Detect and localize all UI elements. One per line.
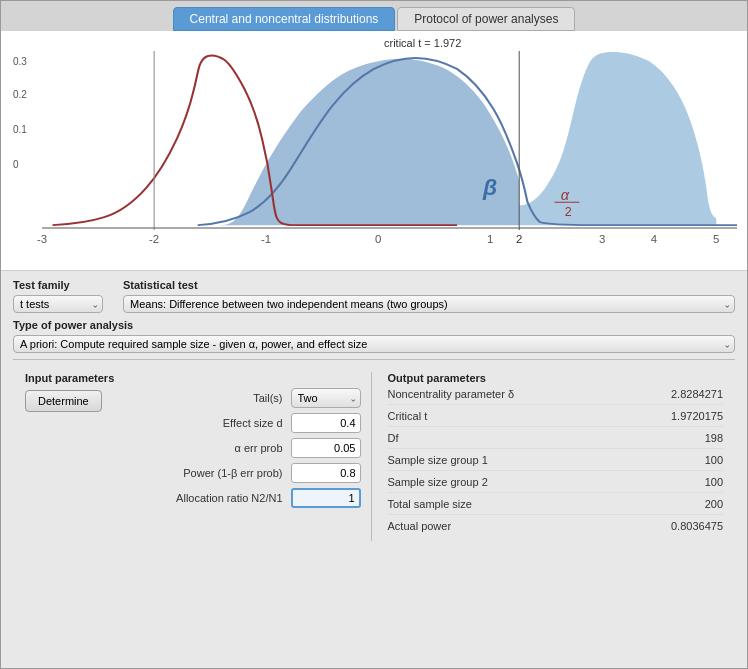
total-label: Total sample size [388, 498, 472, 510]
sample1-label: Sample size group 1 [388, 454, 488, 466]
output-row-sample2: Sample size group 2 100 [388, 476, 724, 493]
alpha-2-label: 2 [565, 205, 572, 219]
tails-label: Tail(s) [253, 392, 282, 404]
df-label: Df [388, 432, 399, 444]
test-family-group: Test family t tests [13, 279, 103, 313]
test-family-select[interactable]: t tests [13, 295, 103, 313]
noncentrality-value: 2.8284271 [671, 388, 723, 400]
controls-section: Test family t tests Statistical test Mea… [1, 271, 747, 555]
x-label-4: 4 [651, 233, 657, 245]
output-row-df: Df 198 [388, 432, 724, 449]
output-row-total: Total sample size 200 [388, 498, 724, 515]
output-row-sample1: Sample size group 1 100 [388, 454, 724, 471]
x-label-neg1: -1 [261, 233, 271, 245]
effect-size-label: Effect size d [223, 417, 283, 429]
tab-central[interactable]: Central and noncentral distributions [173, 7, 396, 31]
power-row: Power (1-β err prob) [112, 463, 361, 483]
y-label-03: 0.3 [13, 56, 27, 67]
test-row: Test family t tests Statistical test Mea… [13, 279, 735, 313]
alpha-region [519, 52, 716, 225]
allocation-row: Allocation ratio N2/N1 [112, 488, 361, 508]
input-params-panel: Input parameters Determine Tail(s) Two O… [25, 372, 372, 541]
allocation-label: Allocation ratio N2/N1 [176, 492, 282, 504]
x-label-3: 3 [599, 233, 605, 245]
power-type-group: Type of power analysis A priori: Compute… [13, 319, 735, 353]
power-type-select[interactable]: A priori: Compute required sample size -… [13, 335, 735, 353]
tails-row: Tail(s) Two One [112, 388, 361, 408]
output-row-actual-power: Actual power 0.8036475 [388, 520, 724, 536]
alpha-err-label: α err prob [235, 442, 283, 454]
critical-t-label: critical t = 1.972 [384, 37, 461, 49]
x-label-neg3: -3 [37, 233, 47, 245]
output-params-panel: Output parameters Noncentrality paramete… [372, 372, 724, 541]
output-rows: Noncentrality parameter δ 2.8284271 Crit… [388, 388, 724, 536]
distribution-chart: -3 -2 -1 0 1 2 3 4 5 β α 2 [11, 51, 737, 250]
input-params-title: Input parameters [25, 372, 361, 384]
y-label-02: 0.2 [13, 89, 27, 100]
alpha-label: α [561, 188, 570, 204]
tab-protocol[interactable]: Protocol of power analyses [397, 7, 575, 31]
params-section: Input parameters Determine Tail(s) Two O… [13, 366, 735, 547]
sample2-label: Sample size group 2 [388, 476, 488, 488]
x-label-neg2: -2 [149, 233, 159, 245]
tails-select[interactable]: Two One [291, 388, 361, 408]
power-type-select-wrap: A priori: Compute required sample size -… [13, 335, 735, 353]
y-label-00: 0 [13, 159, 19, 170]
output-row-noncentrality: Noncentrality parameter δ 2.8284271 [388, 388, 724, 405]
actual-power-value: 0.8036475 [671, 520, 723, 532]
test-family-select-wrap: t tests [13, 295, 103, 313]
tails-select-wrap: Two One [291, 388, 361, 408]
sample2-value: 100 [705, 476, 723, 488]
power-label: Power (1-β err prob) [183, 467, 282, 479]
noncentrality-label: Noncentrality parameter δ [388, 388, 515, 400]
params-divider [13, 359, 735, 360]
actual-power-label: Actual power [388, 520, 452, 532]
test-family-label: Test family [13, 279, 103, 291]
determine-button[interactable]: Determine [25, 390, 102, 412]
total-value: 200 [705, 498, 723, 510]
statistical-test-label: Statistical test [123, 279, 735, 291]
output-row-critical-t: Critical t 1.9720175 [388, 410, 724, 427]
power-type-label: Type of power analysis [13, 319, 735, 331]
effect-size-row: Effect size d [112, 413, 361, 433]
statistical-test-select[interactable]: Means: Difference between two independen… [123, 295, 735, 313]
sample1-value: 100 [705, 454, 723, 466]
main-window: Central and noncentral distributions Pro… [0, 0, 748, 669]
statistical-test-select-wrap: Means: Difference between two independen… [123, 295, 735, 313]
input-fields: Tail(s) Two One Effect size d [112, 388, 361, 513]
tab-bar: Central and noncentral distributions Pro… [1, 1, 747, 31]
input-params-inner: Determine Tail(s) Two One [25, 388, 361, 513]
x-label-2: 2 [516, 233, 522, 245]
allocation-input[interactable] [291, 488, 361, 508]
x-label-1: 1 [487, 233, 493, 245]
alpha-err-input[interactable] [291, 438, 361, 458]
critical-t-out-value: 1.9720175 [671, 410, 723, 422]
output-params-title: Output parameters [388, 372, 724, 384]
effect-size-input[interactable] [291, 413, 361, 433]
statistical-test-group: Statistical test Means: Difference betwe… [123, 279, 735, 313]
power-input[interactable] [291, 463, 361, 483]
critical-t-out-label: Critical t [388, 410, 428, 422]
beta-label: β [482, 176, 497, 200]
x-label-5: 5 [713, 233, 719, 245]
alpha-err-row: α err prob [112, 438, 361, 458]
chart-area: critical t = 1.972 [1, 31, 747, 271]
y-label-01: 0.1 [13, 124, 27, 135]
df-value: 198 [705, 432, 723, 444]
x-label-0: 0 [375, 233, 381, 245]
